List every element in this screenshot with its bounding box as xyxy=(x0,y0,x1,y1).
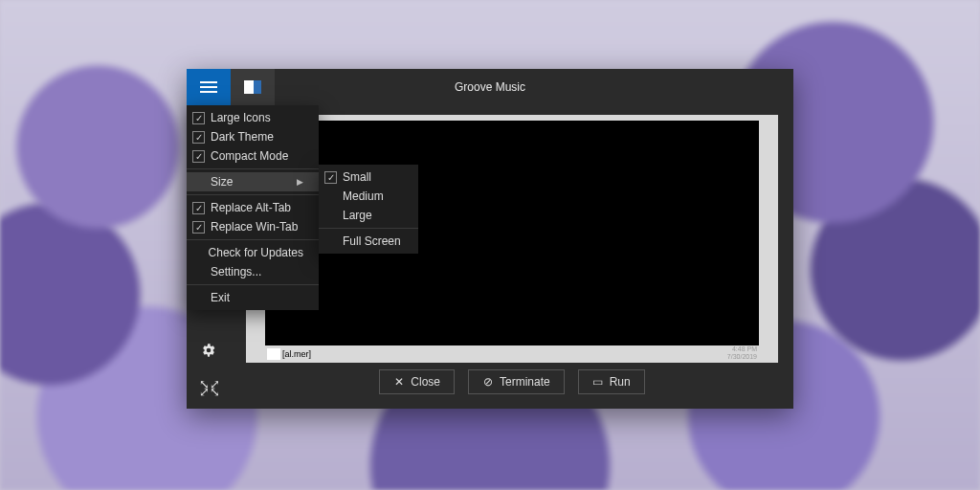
menu-label: Replace Win-Tab xyxy=(211,220,298,234)
hamburger-icon xyxy=(200,86,217,88)
menu-label: Settings... xyxy=(211,265,261,278)
hamburger-menu: ✓ Large Icons ✓ Dark Theme ✓ Compact Mod… xyxy=(187,105,319,310)
preview-taskbar-thumb xyxy=(267,348,280,360)
menu-item-dark-theme[interactable]: ✓ Dark Theme xyxy=(187,127,319,146)
checkbox-spacer xyxy=(324,210,337,222)
run-icon: ▭ xyxy=(592,376,604,388)
checkbox-checked-icon: ✓ xyxy=(192,150,205,163)
size-submenu: ✓ Small Medium Large Full Screen xyxy=(319,165,418,254)
window-title: Groove Music xyxy=(187,80,793,94)
menu-item-size[interactable]: Size ▶ xyxy=(187,172,319,191)
terminate-icon: ⊘ xyxy=(482,376,494,388)
menu-label: Compact Mode xyxy=(211,149,288,163)
menu-label: Large xyxy=(343,209,372,222)
view-toggle-button[interactable] xyxy=(231,69,275,105)
checkbox-spacer xyxy=(324,190,337,203)
menu-separator xyxy=(187,284,319,285)
menu-separator xyxy=(187,194,319,195)
menu-label: Medium xyxy=(343,189,384,203)
menu-label: Small xyxy=(343,170,371,184)
menu-item-settings[interactable]: Settings... xyxy=(187,262,319,281)
menu-item-replace-win-tab[interactable]: ✓ Replace Win-Tab xyxy=(187,217,319,236)
menu-item-compact-mode[interactable]: ✓ Compact Mode xyxy=(187,146,319,166)
menu-label: Replace Alt-Tab xyxy=(211,201,291,214)
menu-item-replace-alt-tab[interactable]: ✓ Replace Alt-Tab xyxy=(187,198,319,217)
menu-separator xyxy=(319,228,418,229)
submenu-item-full-screen[interactable]: Full Screen xyxy=(319,232,418,251)
submenu-item-small[interactable]: ✓ Small xyxy=(319,167,418,187)
gear-icon xyxy=(201,343,216,358)
checkbox-spacer xyxy=(192,247,203,259)
close-icon: ✕ xyxy=(393,376,405,388)
run-button[interactable]: ▭ Run xyxy=(578,369,645,394)
checkbox-checked-icon: ✓ xyxy=(192,112,205,124)
terminate-button[interactable]: ⊘ Terminate xyxy=(468,369,565,394)
view-icon xyxy=(244,80,261,94)
preview-clock: 4:48 PM7/30/2019 xyxy=(727,345,757,361)
checkbox-checked-icon: ✓ xyxy=(192,202,205,214)
checkbox-checked-icon: ✓ xyxy=(192,221,205,234)
footer-buttons: ✕ Close ⊘ Terminate ▭ Run xyxy=(246,363,778,401)
expand-icon: ⤡ ⤢⤢ ⤡ xyxy=(199,381,218,396)
menu-label: Full Screen xyxy=(343,234,401,248)
menu-separator xyxy=(187,239,319,240)
checkbox-spacer xyxy=(192,292,205,304)
run-label: Run xyxy=(610,375,631,389)
submenu-item-medium[interactable]: Medium xyxy=(319,187,418,206)
settings-button[interactable] xyxy=(194,336,223,365)
fullscreen-button[interactable]: ⤡ ⤢⤢ ⤡ xyxy=(194,374,223,403)
preview-caption: [al.mer] xyxy=(282,349,311,359)
menu-label: Check for Updates xyxy=(209,246,303,259)
submenu-arrow-icon: ▶ xyxy=(278,177,303,187)
close-button[interactable]: ✕ Close xyxy=(379,369,455,394)
menu-item-check-updates[interactable]: Check for Updates xyxy=(187,243,319,262)
menu-separator xyxy=(187,168,319,169)
close-label: Close xyxy=(411,375,440,389)
menu-label: Large Icons xyxy=(211,111,271,124)
menu-label: Size xyxy=(211,175,233,189)
menu-item-large-icons[interactable]: ✓ Large Icons xyxy=(187,108,319,127)
checkbox-spacer xyxy=(324,235,337,248)
titlebar: Groove Music xyxy=(187,69,793,105)
submenu-item-large[interactable]: Large xyxy=(319,206,418,225)
menu-label: Exit xyxy=(211,291,230,304)
menu-label: Dark Theme xyxy=(211,130,274,144)
terminate-label: Terminate xyxy=(500,375,550,389)
hamburger-menu-button[interactable] xyxy=(187,69,231,105)
checkbox-spacer xyxy=(192,266,205,278)
checkbox-checked-icon: ✓ xyxy=(324,171,337,184)
menu-item-exit[interactable]: Exit xyxy=(187,288,319,307)
checkbox-spacer xyxy=(192,176,205,189)
checkbox-checked-icon: ✓ xyxy=(192,131,205,144)
